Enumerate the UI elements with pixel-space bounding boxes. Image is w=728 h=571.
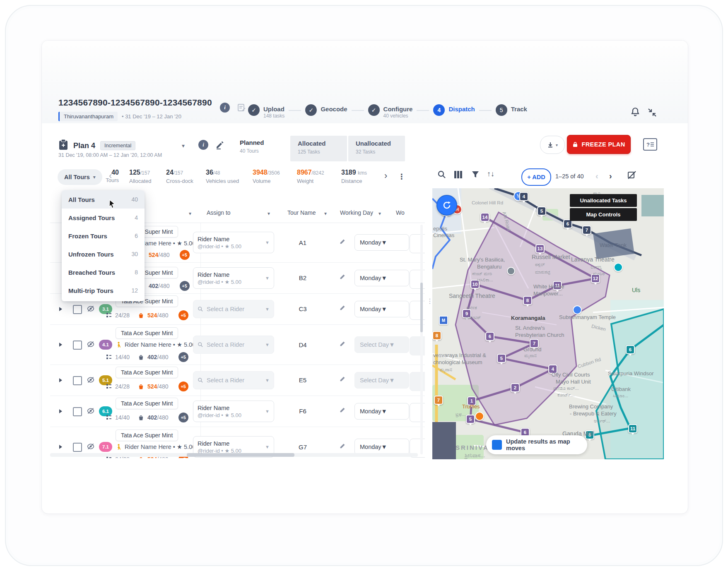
chevron-down-icon[interactable]: ▾ — [378, 211, 381, 216]
table-row[interactable]: 4.1 Tata Ace Super Mint Rider Name Here … — [50, 325, 425, 365]
working-day-select[interactable]: Monday▼ — [354, 403, 409, 420]
plan-dropdown-caret[interactable]: ▾ — [182, 142, 185, 149]
collapse-icon[interactable] — [647, 108, 657, 119]
search-icon[interactable] — [437, 170, 446, 181]
header-working-day[interactable]: Working Day — [340, 209, 373, 216]
info-icon[interactable]: i — [220, 103, 230, 113]
expand-caret-icon[interactable] — [59, 409, 62, 413]
tours-filter-dropdown[interactable]: All Tours ▾ — [58, 169, 102, 185]
tab-unallocated[interactable]: Unallocated 32 Tasks — [348, 136, 405, 161]
kebab-menu-icon[interactable]: ⋮ — [398, 172, 405, 181]
stats-next-chevron[interactable]: › — [384, 171, 387, 180]
bell-icon[interactable] — [630, 107, 641, 119]
map-marker[interactable]: 6 — [485, 332, 494, 341]
map-controls-button[interactable]: Map Controls — [570, 208, 637, 221]
map-marker[interactable]: 2 — [511, 383, 520, 392]
row-checkbox[interactable] — [73, 407, 82, 416]
row-checkbox[interactable] — [73, 443, 82, 452]
working-day-select[interactable]: Monday▼ — [354, 270, 409, 286]
assign-rider-select[interactable]: Rider Name@rider-id • ★ 5.00 ▼ — [193, 232, 274, 253]
columns-icon[interactable] — [454, 170, 463, 180]
page-next-chevron[interactable]: › — [609, 171, 612, 181]
extra-count-badge[interactable]: +5 — [178, 310, 188, 320]
extra-count-badge[interactable]: +5 — [178, 352, 188, 362]
map-marker[interactable]: 7 — [434, 396, 443, 405]
step-dispatch[interactable]: 4 Dispatch — [433, 103, 475, 116]
eye-off-icon[interactable] — [87, 341, 95, 350]
map-marker[interactable]: 5 — [497, 354, 506, 363]
extra-count-badge[interactable]: +5 — [178, 381, 188, 391]
edit-tour-icon[interactable] — [339, 406, 347, 415]
assign-rider-select[interactable]: Select a Rider ▼ — [193, 371, 274, 389]
map-marker[interactable]: 7 — [582, 226, 591, 235]
map-marker[interactable]: 8 — [523, 296, 532, 305]
chevron-down-icon[interactable]: ▾ — [268, 211, 270, 216]
eye-off-icon[interactable] — [87, 407, 95, 416]
notes-icon[interactable] — [236, 103, 246, 114]
shop-poi-icon[interactable] — [573, 305, 582, 314]
assign-rider-select[interactable]: Rider Name@rider-id • ★ 5.00 ▼ — [193, 401, 274, 422]
map-marker[interactable]: 11 — [628, 424, 637, 433]
tab-allocated[interactable]: Allocated 125 Tasks — [290, 136, 347, 161]
menu-item-unfrozen-tours[interactable]: Unfrozen Tours30 — [62, 245, 145, 263]
freeze-plan-button[interactable]: FREEZE PLAN — [567, 135, 631, 154]
row-checkbox[interactable] — [73, 305, 82, 314]
map-refresh-button[interactable] — [436, 195, 457, 216]
unallocated-tasks-button[interactable]: Unallocated Tasks — [570, 194, 637, 207]
extra-count-badge[interactable]: +5 — [178, 413, 188, 422]
header-more[interactable]: Wo — [396, 209, 405, 216]
plan-edit-icon[interactable] — [215, 140, 225, 151]
working-day-select[interactable]: Select Day▼ — [354, 336, 409, 353]
edit-tour-icon[interactable] — [339, 442, 347, 451]
plan-info-icon[interactable]: i — [198, 140, 208, 150]
map-marker[interactable]: 5 — [537, 206, 546, 216]
header-assign-to[interactable]: Assign to — [207, 209, 231, 216]
assign-rider-select[interactable]: Select a Rider ▼ — [193, 336, 274, 354]
eye-off-icon[interactable] — [87, 305, 95, 314]
step-track[interactable]: 5 Track — [496, 103, 527, 116]
edit-tour-icon[interactable] — [339, 273, 347, 282]
working-day-select[interactable]: Monday▼ — [354, 234, 409, 251]
update-checkbox[interactable] — [492, 440, 502, 450]
working-day-select[interactable]: Select Day▼ — [354, 372, 409, 389]
menu-item-breached-tours[interactable]: Breached Tours8 — [62, 263, 145, 281]
assign-rider-select[interactable]: Rider Name@rider-id • ★ 5.00 ▼ — [193, 267, 274, 289]
edit-tour-icon[interactable] — [339, 340, 347, 349]
page-prev-chevron[interactable]: ‹ — [595, 171, 598, 181]
download-button[interactable]: ▾ — [540, 136, 565, 154]
expand-caret-icon[interactable] — [59, 445, 62, 449]
map-marker[interactable]: 5 — [466, 415, 475, 424]
step-upload[interactable]: ✓ Upload 148 tasks — [248, 103, 284, 119]
map-marker[interactable]: 14 — [480, 213, 489, 222]
vertical-scrollbar[interactable] — [420, 225, 423, 454]
expand-caret-icon[interactable] — [59, 343, 62, 347]
map-marker[interactable]: 6 — [626, 345, 635, 354]
tab-planned[interactable]: Planned 40 Tours — [240, 139, 264, 163]
add-button[interactable]: + ADD — [521, 168, 551, 186]
working-day-select[interactable]: Monday▼ — [354, 439, 409, 455]
eye-off-icon[interactable] — [87, 443, 95, 452]
edit-tour-icon[interactable] — [339, 238, 347, 247]
expand-caret-icon[interactable] — [59, 307, 62, 311]
menu-item-assigned-tours[interactable]: Assigned Tours4 — [62, 209, 145, 227]
map-canvas[interactable]: H M 14 13 12 11 10 9 8 6 7 5 4 2 1 5 6 5… — [432, 188, 664, 459]
working-day-select[interactable]: Monday▼ — [354, 301, 409, 317]
tour-col-caret-icon[interactable]: ▾ — [189, 211, 191, 216]
step-geocode[interactable]: ✓ Geocode — [305, 103, 347, 116]
vehicle-chip[interactable]: Tata Ace Super Mint — [116, 398, 178, 409]
map-marker[interactable]: 4 — [519, 192, 528, 201]
menu-item-all-tours[interactable]: All Tours 40 — [62, 190, 145, 209]
row-checkbox[interactable] — [73, 376, 82, 385]
header-tour-name[interactable]: Tour Name — [287, 209, 316, 216]
museum-poi-icon[interactable] — [507, 267, 515, 275]
assign-rider-select[interactable]: Select a Rider ▼ — [193, 300, 274, 318]
map-marker[interactable]: 8 — [432, 331, 441, 340]
teal-poi-icon[interactable] — [614, 263, 623, 272]
vehicle-chip[interactable]: Tata Ace Super Mint — [116, 327, 178, 339]
eye-off-icon[interactable] — [87, 376, 95, 385]
sort-icon[interactable]: ↑↓ — [487, 170, 494, 178]
expand-caret-icon[interactable] — [59, 378, 62, 382]
help-icon[interactable]: ? — [643, 138, 657, 151]
edit-tour-icon[interactable] — [339, 375, 347, 384]
map-marker[interactable]: 13 — [535, 244, 545, 253]
